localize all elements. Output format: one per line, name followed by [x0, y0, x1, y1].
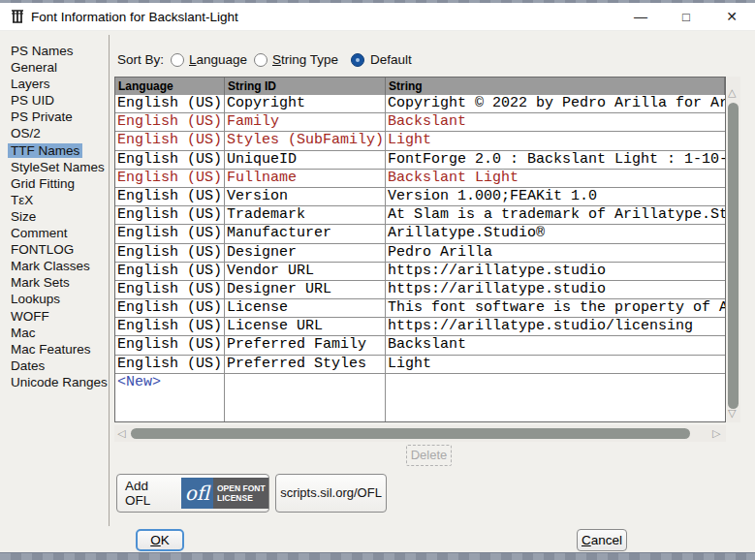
background-pattern-bottom — [0, 552, 755, 560]
radio-language-label[interactable]: Language — [189, 52, 247, 67]
table-row[interactable]: English (US) Vendor URL https://arillaty… — [115, 263, 725, 281]
table-row[interactable]: English (US) Fullname Backslant Light — [115, 170, 725, 188]
table-row[interactable]: English (US) Copyright Copyright © 2022 … — [115, 95, 725, 113]
delete-button[interactable]: Delete — [406, 445, 452, 466]
sidebar-item-os2[interactable]: OS/2 — [8, 125, 109, 141]
sidebar-item-lookups[interactable]: Lookups — [8, 291, 109, 307]
font-information-window: Font Information for Backslant-Light — □… — [0, 0, 755, 560]
titlebar: Font Information for Backslant-Light — □… — [0, 3, 755, 31]
table-row[interactable]: English (US) License This font software … — [115, 299, 725, 318]
sidebar-item-unicode-ranges[interactable]: Unicode Ranges — [8, 374, 109, 390]
sidebar-item-mac-features[interactable]: Mac Features — [8, 341, 109, 358]
vertical-scrollbar-thumb[interactable] — [728, 103, 739, 409]
maximize-button[interactable]: □ — [664, 3, 708, 31]
sort-by-label: Sort By: — [117, 52, 164, 67]
table-row[interactable]: English (US) UniqueID FontForge 2.0 : Ba… — [115, 151, 725, 170]
column-header-language: Language — [115, 78, 225, 95]
sidebar-item-mac[interactable]: Mac — [8, 325, 109, 341]
table-empty-area — [115, 392, 725, 421]
new-entry-row[interactable]: <New> — [115, 374, 725, 392]
table-row[interactable]: English (US) Family Backslant — [115, 113, 725, 132]
sidebar-item-styleset-names[interactable]: StyleSet Names — [8, 159, 109, 175]
table-row[interactable]: English (US) Designer Pedro Arilla — [115, 244, 725, 263]
sidebar-item-size[interactable]: Size — [8, 208, 109, 225]
close-button[interactable]: ✕ — [709, 3, 754, 31]
radio-string-type[interactable] — [254, 53, 267, 67]
radio-default[interactable] — [351, 53, 364, 67]
sidebar-item-ps-uid[interactable]: PS UID — [8, 92, 109, 109]
sidebar-item-layers[interactable]: Layers — [8, 76, 109, 92]
add-ofl-button[interactable]: Add OFL ofl OPEN FONT LICENSE — [116, 474, 269, 513]
sidebar-item-mark-sets[interactable]: Mark Sets — [8, 274, 109, 291]
table-row[interactable]: English (US) Preferred Family Backslant — [115, 336, 725, 355]
sidebar-item-woff[interactable]: WOFF — [8, 308, 109, 325]
radio-default-label[interactable]: Default — [370, 52, 412, 67]
cancel-button[interactable]: Cancel — [577, 529, 627, 551]
sidebar-item-ttf-names[interactable]: TTF Names — [8, 142, 109, 159]
table-row[interactable]: English (US) Trademark At Slam is a trad… — [115, 206, 725, 225]
category-list: PS Names General Layers PS UID PS Privat… — [8, 43, 109, 390]
table-row[interactable]: English (US) Styles (SubFamily) Light — [115, 132, 725, 150]
table-row[interactable]: English (US) License URL https://arillat… — [115, 318, 725, 336]
scroll-left-icon[interactable]: ◁ — [117, 428, 125, 439]
minimize-button[interactable]: — — [618, 3, 663, 31]
ofl-logo-icon: ofl OPEN FONT LICENSE — [181, 478, 268, 509]
table-row[interactable]: English (US) Version Version 1.000;FEAKi… — [115, 188, 725, 206]
fontforge-icon — [10, 8, 25, 25]
sidebar-item-dates[interactable]: Dates — [8, 358, 109, 374]
table-row[interactable]: English (US) Manufacturer Arillatype.Stu… — [115, 225, 725, 243]
table-row[interactable]: English (US) Preferred Styles Light — [115, 356, 725, 374]
column-header-string-id: String ID — [225, 78, 386, 95]
sidebar-item-ps-names[interactable]: PS Names — [8, 43, 109, 59]
radio-language[interactable] — [171, 53, 184, 67]
ttf-names-table: Language String ID String English (US) C… — [114, 77, 726, 422]
sidebar-item-tex[interactable]: TεX — [8, 192, 109, 208]
sidebar-item-general[interactable]: General — [8, 59, 109, 76]
vertical-scrollbar[interactable]: △ ▽ — [727, 77, 740, 422]
window-title: Font Information for Backslant-Light — [31, 3, 238, 31]
sidebar-item-mark-classes[interactable]: Mark Classes — [8, 258, 109, 274]
scroll-right-icon[interactable]: ▷ — [712, 428, 720, 439]
scroll-up-icon[interactable]: △ — [728, 87, 736, 98]
sidebar-divider — [109, 35, 110, 526]
table-header-row: Language String ID String — [115, 78, 725, 95]
horizontal-scrollbar[interactable]: ◁ ▷ — [114, 425, 726, 442]
ok-button[interactable]: OK — [136, 529, 184, 551]
scroll-down-icon[interactable]: ▽ — [728, 408, 736, 419]
table-row[interactable]: English (US) Designer URL https://arilla… — [115, 281, 725, 299]
sidebar-item-ps-private[interactable]: PS Private — [8, 109, 109, 125]
ofl-url-button[interactable]: scripts.sil.org/OFL — [275, 474, 387, 513]
column-header-string: String — [386, 78, 725, 95]
sidebar-item-grid-fitting[interactable]: Grid Fitting — [8, 175, 109, 192]
horizontal-scrollbar-thumb[interactable] — [131, 428, 690, 439]
sidebar-item-fontlog[interactable]: FONTLOG — [8, 241, 109, 258]
sidebar-item-comment[interactable]: Comment — [8, 225, 109, 241]
radio-string-type-label[interactable]: String Type — [272, 52, 338, 67]
